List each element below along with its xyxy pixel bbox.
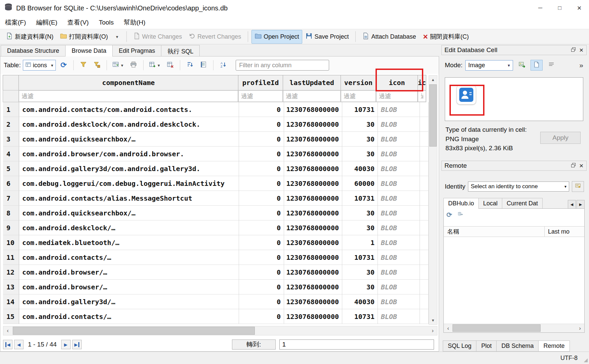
cell-version[interactable]: 30 [342, 265, 378, 280]
cell-partial[interactable] [420, 102, 429, 117]
cell-version[interactable]: 40030 [342, 161, 378, 176]
minimize-button[interactable]: ─ [531, 0, 550, 16]
menu-help[interactable]: 幫助(H) [119, 16, 150, 29]
cell-partial[interactable] [420, 220, 429, 235]
goto-button[interactable]: 轉到: [232, 339, 276, 350]
cell-componentname[interactable]: com.android.quicksearchbox/… [19, 206, 239, 220]
cell-version[interactable]: 30 [342, 132, 378, 147]
cell-partial[interactable] [420, 147, 429, 161]
refresh-button[interactable]: ⟳ [58, 59, 69, 71]
sort-az-button[interactable]: AZ [218, 59, 229, 71]
clear-filters-button[interactable] [78, 59, 89, 71]
tab-execute-sql[interactable]: 執行 SQL [161, 45, 200, 56]
cell-profileid[interactable]: 0 [239, 132, 284, 147]
cell-icon-blob[interactable]: BLOB [378, 176, 420, 191]
open-project-button[interactable]: Open Project [251, 30, 302, 44]
row-number-cell[interactable]: 14 [3, 294, 19, 309]
float-panel-icon[interactable] [571, 162, 576, 169]
cell-componentname[interactable]: com.android.browser/… [19, 265, 239, 280]
cell-componentname[interactable]: com.android.contacts/com.android.contact… [19, 102, 239, 117]
cell-version[interactable]: 30 [342, 206, 378, 220]
cell-icon-blob[interactable]: BLOB [378, 235, 420, 250]
row-number-cell[interactable]: 5 [3, 161, 19, 176]
cell-componentname[interactable]: com.android.contacts/… [19, 250, 239, 265]
cell-icon-blob[interactable]: BLOB [378, 117, 420, 132]
cell-profileid[interactable]: 0 [239, 294, 284, 309]
table-row[interactable]: 9 com.android.deskclock/… 0 123076800000… [3, 220, 429, 235]
cell-lastupdated[interactable]: 1230768000000 [284, 235, 342, 250]
cell-profileid[interactable]: 0 [239, 265, 284, 280]
column-header-profileid[interactable]: profileId [238, 75, 283, 90]
save-filter-button[interactable] [91, 59, 103, 71]
cell-version[interactable]: 30 [342, 117, 378, 132]
table-row[interactable]: 1 com.android.contacts/com.android.conta… [3, 102, 429, 117]
cell-componentname[interactable]: com.android.browser/com.android.browser. [19, 147, 239, 161]
table-row[interactable]: 2 com.android.deskclock/com.android.desk… [3, 117, 429, 132]
cell-icon-blob[interactable]: BLOB [378, 102, 420, 117]
cell-partial[interactable] [420, 132, 429, 147]
tab-local[interactable]: Local [478, 198, 502, 209]
apply-button[interactable]: Apply [540, 132, 581, 144]
cell-lastupdated[interactable]: 1230768000000 [284, 176, 342, 191]
open-database-dropdown[interactable]: ▾ [111, 32, 123, 42]
text-mode-button[interactable] [531, 60, 543, 71]
row-number-cell[interactable]: 8 [3, 206, 19, 220]
cell-icon-blob[interactable]: BLOB [378, 191, 420, 206]
cell-lastupdated[interactable]: 1230768000000 [284, 191, 342, 206]
column-filter-input[interactable] [376, 90, 418, 102]
cell-lastupdated[interactable]: 1230768000000 [284, 220, 342, 235]
cell-version[interactable]: 60000 [342, 176, 378, 191]
cell-profileid[interactable]: 0 [239, 280, 284, 294]
cell-componentname[interactable]: com.android.contacts/… [19, 309, 239, 324]
open-database-button[interactable]: 打開資料庫(O) [57, 30, 111, 44]
row-number-cell[interactable]: 15 [3, 309, 19, 324]
table-row[interactable]: 7 com.android.contacts/alias.MessageShor… [3, 191, 429, 206]
table-row[interactable]: 13 com.android.browser/… 0 1230768000000… [3, 280, 429, 294]
tab-scroll-right-button[interactable]: ▶ [577, 200, 585, 209]
tab-remote[interactable]: Remote [538, 340, 570, 352]
column-filter-input[interactable] [283, 90, 341, 102]
encoding-label[interactable]: UTF-8 [560, 355, 578, 362]
cell-version[interactable]: 10731 [342, 102, 378, 117]
cell-profileid[interactable]: 0 [239, 147, 284, 161]
table-row[interactable]: 15 com.android.contacts/… 0 123076800000… [3, 309, 429, 324]
remote-refresh-icon[interactable]: ⟳ [446, 211, 452, 219]
cell-icon-blob[interactable]: BLOB [378, 309, 420, 324]
row-number-cell[interactable]: 10 [3, 235, 19, 250]
write-changes-button[interactable]: Write Changes [130, 30, 186, 44]
scroll-up-button[interactable]: ▲ [429, 76, 437, 84]
tab-database-structure[interactable]: Database Structure [1, 45, 66, 56]
row-number-cell[interactable]: 4 [3, 147, 19, 161]
cell-lastupdated[interactable]: 1230768000000 [284, 280, 342, 294]
cell-partial[interactable] [420, 235, 429, 250]
table-row[interactable]: 4 com.android.browser/com.android.browse… [3, 147, 429, 161]
revert-changes-button[interactable]: Revert Changes [185, 30, 244, 44]
cell-componentname[interactable]: com.android.gallery3d/com.android.galler… [19, 161, 239, 176]
cell-lastupdated[interactable]: 1230768000000 [284, 147, 342, 161]
cell-componentname[interactable]: com.android.contacts/alias.MessageShortc… [19, 191, 239, 206]
cell-icon-blob[interactable]: BLOB [378, 161, 420, 176]
overflow-chevron-icon[interactable]: » [579, 61, 584, 69]
cell-lastupdated[interactable]: 1230768000000 [284, 294, 342, 309]
cell-componentname[interactable]: com.android.gallery3d/… [19, 294, 239, 309]
row-number-cell[interactable]: 12 [3, 265, 19, 280]
tab-scroll-left-button[interactable]: ◀ [568, 200, 576, 209]
remote-clone-icon[interactable] [457, 211, 464, 219]
table-row[interactable]: 10 com.mediatek.bluetooth/… 0 1230768000… [3, 235, 429, 250]
goto-input[interactable] [279, 339, 434, 350]
row-number-cell[interactable]: 7 [3, 191, 19, 206]
cell-icon-blob[interactable]: BLOB [378, 250, 420, 265]
column-filter-input[interactable] [238, 90, 283, 102]
column-filter-input[interactable] [19, 90, 238, 102]
scroll-right-button[interactable]: › [576, 324, 584, 333]
close-panel-icon[interactable]: ✕ [579, 163, 584, 169]
cell-lastupdated[interactable]: 1230768000000 [284, 117, 342, 132]
new-database-button[interactable]: 新建資料庫(N) [3, 30, 57, 44]
attach-database-button[interactable]: Attach Database [359, 30, 419, 44]
table-selector[interactable]: icons ▾ [23, 60, 56, 71]
column-filter-input[interactable] [341, 90, 376, 102]
cell-lastupdated[interactable]: 1230768000000 [284, 206, 342, 220]
import-data-button[interactable] [516, 60, 528, 71]
cell-version[interactable]: 10731 [342, 191, 378, 206]
cell-version[interactable]: 30 [342, 147, 378, 161]
